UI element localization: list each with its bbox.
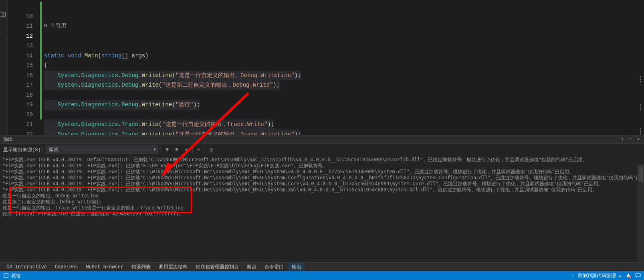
- line-number: 15: [8, 61, 33, 71]
- bottom-tab-strip: C# InteractiveCodeLensNuGet browser错误列表调…: [0, 262, 644, 271]
- pin-icon[interactable]: ▾: [619, 136, 626, 143]
- line-number: 16: [8, 71, 33, 81]
- vertical-tool-strip: 调用堆栈: [0, 0, 8, 135]
- code-editor: 调用堆栈 10111213141516171819202122 − 0 个引用 …: [0, 0, 644, 135]
- output-line: "FTP实践.exe"(CLR v4.0.30319: FTP实践.exe): …: [2, 169, 642, 175]
- code-line[interactable]: System.Diagnostics.Debug.Write("这是第二行自定义…: [44, 80, 644, 90]
- output-line: 程序"[17216] FTP实践.exe"已退出，返回值为 4294967295…: [2, 211, 642, 217]
- status-icon[interactable]: [3, 273, 9, 278]
- output-line: "FTP实践.exe"(CLR v4.0.30319: DefaultDomai…: [2, 157, 642, 163]
- editor-area[interactable]: 10111213141516171819202122 − 0 个引用 stati…: [8, 0, 644, 135]
- collapse-toggle[interactable]: −: [1, 12, 6, 17]
- clear-icon[interactable]: ⨯: [183, 146, 190, 153]
- output-source-label: 显示输出来源(S):: [3, 146, 44, 153]
- source-control-button[interactable]: ↑ 添加到源代码管理 ▴: [571, 272, 622, 279]
- line-number: 21: [8, 120, 33, 130]
- bottom-tab[interactable]: 断点: [244, 263, 260, 271]
- bottom-tab[interactable]: CodeLens: [52, 264, 81, 271]
- svg-rect-5: [636, 274, 640, 277]
- close-icon[interactable]: ✕: [635, 136, 642, 143]
- code-line[interactable]: {: [44, 61, 644, 71]
- wrap-icon[interactable]: ↩: [195, 146, 202, 153]
- status-text: 就绪: [11, 272, 21, 279]
- output-panel: 输出 ▾ □ ✕ 显示输出来源(S): 调试 ▾ ≣ ≣ ⨯ ↩ ◷ "FTP实…: [0, 135, 644, 262]
- output-panel-title: 输出: [3, 136, 619, 143]
- code-line[interactable]: System.Diagnostics.Trace.Write("这是一行自定义的…: [44, 120, 644, 130]
- code-line[interactable]: System.Diagnostics.Debug.WriteLine("换行")…: [44, 100, 644, 110]
- bottom-tab[interactable]: 输出: [289, 263, 305, 271]
- clock-icon[interactable]: ◷: [208, 146, 215, 153]
- line-number: 20: [8, 110, 33, 120]
- bottom-tab[interactable]: 调用层次结构: [155, 263, 191, 271]
- line-number-gutter: 10111213141516171819202122 −: [8, 0, 40, 135]
- output-line: "FTP实践.exe"(CLR v4.0.30319: FTP实践.exe): …: [2, 175, 642, 181]
- change-indicator: [40, 0, 44, 135]
- bottom-tab[interactable]: 命令窗口: [261, 263, 287, 271]
- line-number: 18: [8, 90, 33, 100]
- output-line: 这是一行自定义的输出，Trace.Write这是一行自定义的输出，Trace.W…: [2, 205, 642, 211]
- line-number: 14: [8, 51, 33, 61]
- maximize-icon[interactable]: □: [627, 136, 634, 143]
- code-line[interactable]: [44, 110, 644, 120]
- line-number: 17: [8, 80, 33, 90]
- line-number: 11: [8, 21, 33, 31]
- line-number: 19: [8, 100, 33, 110]
- output-line: "FTP实践.exe"(CLR v4.0.30319: FTP实践.exe): …: [2, 181, 642, 187]
- codelens-hint[interactable]: 0 个引用: [44, 21, 644, 31]
- code-line[interactable]: static void Main(string[] args): [44, 51, 644, 61]
- bottom-tab[interactable]: NuGet browser: [83, 264, 127, 271]
- output-text[interactable]: "FTP实践.exe"(CLR v4.0.30319: DefaultDomai…: [0, 155, 644, 262]
- bottom-tab[interactable]: C# Interactive: [3, 264, 50, 271]
- output-panel-header: 输出 ▾ □ ✕: [0, 135, 644, 144]
- svg-rect-3: [4, 274, 8, 278]
- line-number: 12: [8, 31, 33, 41]
- notifications-icon[interactable]: [626, 273, 631, 278]
- output-toolbar: 显示输出来源(S): 调试 ▾ ≣ ≣ ⨯ ↩ ◷: [0, 144, 644, 155]
- next-icon[interactable]: ≣: [173, 146, 180, 153]
- output-line: "FTP实践.exe"(CLR v4.0.30319: FTP实践.exe): …: [2, 187, 642, 193]
- output-line: "FTP实践.exe"(CLR v4.0.30319: FTP实践.exe): …: [2, 163, 642, 169]
- line-number: 10: [8, 12, 33, 22]
- code-content[interactable]: 0 个引用 static void Main(string[] args){ S…: [44, 0, 644, 135]
- svg-point-4: [629, 276, 631, 278]
- feedback-icon[interactable]: [635, 273, 641, 278]
- lightbulb-icon[interactable]: [0, 31, 2, 37]
- output-line: 这是第二行自定义的输出，Debug.Write换行: [2, 199, 642, 205]
- code-line[interactable]: System.Diagnostics.Debug.WriteLine("这是一行…: [44, 71, 644, 81]
- output-source-dropdown[interactable]: 调试 ▾: [46, 146, 158, 154]
- line-number: 13: [8, 41, 33, 51]
- bottom-tab[interactable]: 错误列表: [128, 263, 154, 271]
- prev-icon[interactable]: ≣: [164, 146, 171, 153]
- bottom-tab[interactable]: 程序包管理器控制台: [192, 263, 242, 271]
- code-line[interactable]: [44, 90, 644, 100]
- status-bar: 就绪 ↑ 添加到源代码管理 ▴: [0, 271, 644, 280]
- output-scrollbar[interactable]: [638, 164, 644, 262]
- output-line: 这是一行自定义的输出。Debug.WriteLine: [2, 193, 642, 199]
